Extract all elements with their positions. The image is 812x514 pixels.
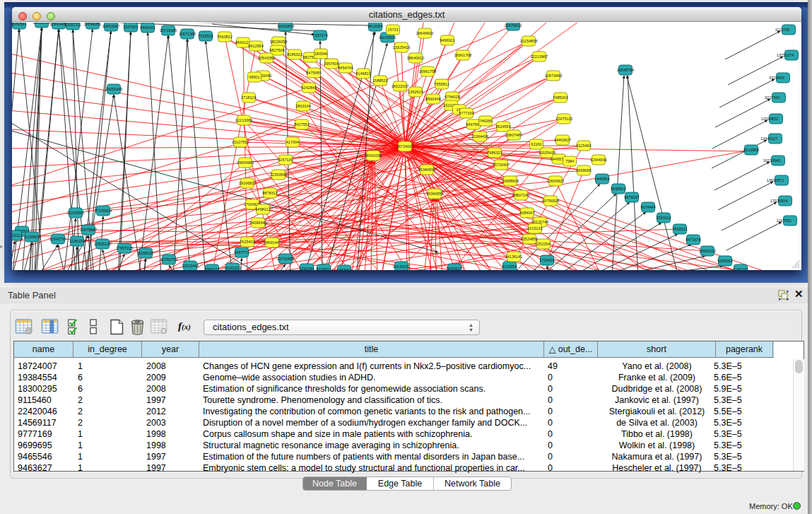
svg-text:18322037: 18322037 bbox=[392, 84, 408, 88]
svg-text:12093832: 12093832 bbox=[761, 117, 778, 121]
svg-text:12156629: 12156629 bbox=[23, 235, 40, 239]
svg-text:1145193: 1145193 bbox=[69, 239, 84, 243]
svg-text:8471676: 8471676 bbox=[686, 238, 700, 242]
svg-text:8475685: 8475685 bbox=[306, 71, 321, 75]
svg-text:18300295: 18300295 bbox=[365, 153, 382, 158]
svg-text:20206556: 20206556 bbox=[67, 211, 84, 215]
svg-text:7191737: 7191737 bbox=[733, 267, 748, 270]
svg-text:10975887: 10975887 bbox=[80, 228, 97, 232]
svg-text:12923446: 12923446 bbox=[182, 264, 199, 268]
svg-text:18724007: 18724007 bbox=[396, 144, 413, 148]
svg-text:8813054: 8813054 bbox=[367, 24, 382, 28]
svg-text:9084067: 9084067 bbox=[519, 211, 534, 215]
svg-text:9674444: 9674444 bbox=[640, 205, 655, 209]
svg-text:9498212: 9498212 bbox=[255, 207, 270, 211]
svg-text:7663822: 7663822 bbox=[217, 35, 232, 39]
svg-text:19654982: 19654982 bbox=[237, 160, 254, 165]
svg-text:1112705: 1112705 bbox=[775, 28, 790, 32]
svg-text:7485003: 7485003 bbox=[553, 95, 567, 100]
svg-text:13751074: 13751074 bbox=[777, 53, 794, 57]
svg-text:17159924: 17159924 bbox=[95, 209, 112, 213]
svg-text:746266: 746266 bbox=[479, 119, 492, 123]
svg-text:18640910: 18640910 bbox=[407, 56, 424, 60]
svg-text:19166827: 19166827 bbox=[239, 181, 256, 185]
svg-text:8466161: 8466161 bbox=[140, 25, 155, 30]
svg-text:10653267: 10653267 bbox=[102, 24, 119, 28]
svg-text:17016504: 17016504 bbox=[770, 199, 787, 203]
svg-text:13524851: 13524851 bbox=[521, 237, 538, 241]
svg-text:11544091: 11544091 bbox=[590, 158, 607, 162]
svg-text:1615132: 1615132 bbox=[527, 226, 542, 230]
svg-text:8878312: 8878312 bbox=[262, 191, 277, 195]
svg-text:17957225: 17957225 bbox=[116, 246, 133, 250]
svg-text:12444117: 12444117 bbox=[760, 136, 777, 141]
svg-text:1292344: 1292344 bbox=[299, 267, 314, 270]
svg-text:15720407: 15720407 bbox=[493, 163, 510, 167]
svg-text:16961758: 16961758 bbox=[419, 69, 436, 74]
svg-text:9827508: 9827508 bbox=[269, 48, 284, 52]
svg-text:12942797: 12942797 bbox=[49, 237, 66, 241]
svg-text:98901: 98901 bbox=[249, 75, 259, 79]
svg-text:9912954: 9912954 bbox=[248, 44, 263, 48]
svg-text:16548784: 16548784 bbox=[617, 68, 634, 72]
svg-text:10958197: 10958197 bbox=[137, 251, 154, 255]
svg-text:9115460: 9115460 bbox=[576, 144, 591, 148]
svg-text:19218506: 19218506 bbox=[379, 35, 396, 40]
svg-text:14136141: 14136141 bbox=[505, 255, 522, 259]
svg-text:12213967: 12213967 bbox=[531, 54, 548, 59]
svg-text:12505135: 12505135 bbox=[94, 242, 111, 246]
svg-text:1362615: 1362615 bbox=[408, 90, 423, 94]
svg-text:15384594: 15384594 bbox=[418, 168, 435, 172]
svg-text:8186323: 8186323 bbox=[287, 52, 302, 57]
svg-text:9227342: 9227342 bbox=[765, 95, 779, 100]
svg-text:417004: 417004 bbox=[286, 140, 299, 144]
svg-text:20876812: 20876812 bbox=[505, 23, 522, 28]
svg-text:14055724: 14055724 bbox=[33, 23, 50, 25]
svg-text:9777169: 9777169 bbox=[459, 111, 473, 115]
svg-text:8229027: 8229027 bbox=[316, 267, 331, 270]
svg-text:18226058: 18226058 bbox=[270, 40, 287, 44]
svg-text:1527602: 1527602 bbox=[123, 25, 138, 29]
svg-text:14463627: 14463627 bbox=[554, 138, 571, 142]
svg-text:12975115: 12975115 bbox=[555, 117, 572, 121]
svg-text:13654923: 13654923 bbox=[547, 179, 564, 183]
svg-text:8990448: 8990448 bbox=[425, 97, 440, 101]
svg-text:16649600: 16649600 bbox=[416, 31, 433, 35]
svg-text:16210643: 16210643 bbox=[763, 158, 780, 163]
svg-text:1588520: 1588520 bbox=[372, 78, 387, 83]
svg-text:19384554: 19384554 bbox=[426, 192, 443, 196]
svg-text:12353594: 12353594 bbox=[270, 173, 287, 177]
svg-text:2718126: 2718126 bbox=[241, 95, 256, 100]
svg-text:9242848: 9242848 bbox=[301, 86, 316, 90]
svg-text:16053809: 16053809 bbox=[277, 24, 294, 28]
svg-text:12213369: 12213369 bbox=[235, 118, 252, 122]
svg-text:16961768: 16961768 bbox=[454, 53, 471, 57]
svg-text:1167533: 1167533 bbox=[776, 218, 791, 223]
svg-text:9329906: 9329906 bbox=[769, 76, 784, 80]
svg-text:10719185: 10719185 bbox=[160, 28, 177, 33]
svg-text:9699695: 9699695 bbox=[576, 168, 591, 173]
svg-text:6794028: 6794028 bbox=[445, 95, 459, 99]
svg-text:13716485: 13716485 bbox=[277, 257, 294, 261]
svg-text:180546: 180546 bbox=[314, 52, 327, 56]
svg-text:1733426: 1733426 bbox=[539, 258, 554, 262]
svg-text:13692971: 13692971 bbox=[767, 178, 784, 182]
svg-text:62160: 62160 bbox=[531, 142, 541, 146]
svg-text:3624554: 3624554 bbox=[495, 124, 510, 129]
svg-text:8213958: 8213958 bbox=[743, 148, 758, 152]
svg-text:10688609: 10688609 bbox=[502, 179, 519, 183]
svg-text:10341223: 10341223 bbox=[224, 266, 241, 270]
svg-text:20599351: 20599351 bbox=[84, 23, 101, 26]
svg-text:1052202: 1052202 bbox=[336, 268, 351, 270]
svg-text:9466921: 9466921 bbox=[440, 38, 454, 42]
svg-text:9245052: 9245052 bbox=[717, 259, 732, 263]
svg-text:20053346: 20053346 bbox=[105, 87, 122, 91]
svg-text:7625402: 7625402 bbox=[240, 240, 254, 244]
svg-text:10973493: 10973493 bbox=[545, 74, 562, 78]
svg-text:9146821: 9146821 bbox=[355, 71, 370, 76]
svg-text:14099348: 14099348 bbox=[249, 221, 266, 225]
svg-text:7986322: 7986322 bbox=[487, 151, 502, 155]
svg-text:6879197: 6879197 bbox=[624, 195, 639, 199]
svg-text:12057211: 12057211 bbox=[64, 23, 81, 27]
svg-text:18807249: 18807249 bbox=[512, 193, 529, 197]
